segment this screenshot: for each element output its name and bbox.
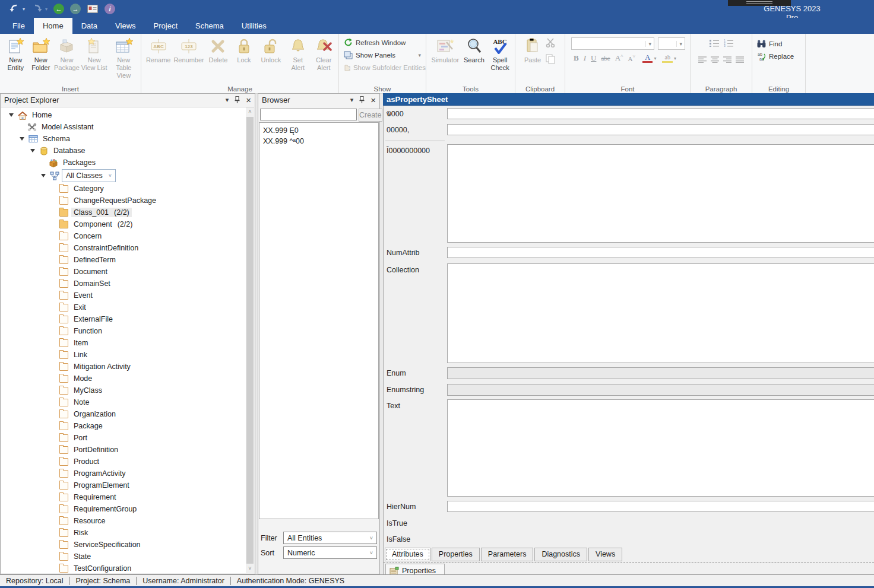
tree-item-class[interactable]: Port bbox=[1, 432, 254, 444]
undo-dropdown-icon[interactable]: ▾ bbox=[23, 7, 25, 12]
tab-home[interactable]: Home bbox=[34, 18, 72, 34]
tab-project[interactable]: Project bbox=[145, 18, 186, 34]
cut-icon[interactable] bbox=[545, 38, 557, 50]
f3-textarea[interactable] bbox=[447, 144, 874, 243]
panel-menu-icon[interactable]: ▾ bbox=[350, 96, 354, 104]
expander-icon[interactable] bbox=[41, 174, 46, 177]
bold-button[interactable]: B bbox=[571, 53, 581, 63]
tree-item-class[interactable]: DefinedTerm bbox=[1, 254, 254, 266]
tree-item-class[interactable]: Class_001(2/2) bbox=[1, 206, 254, 218]
tree-item-class[interactable]: Event bbox=[1, 290, 254, 301]
pin-icon[interactable] bbox=[359, 96, 365, 104]
tree-item-class[interactable]: PortDefinition bbox=[1, 444, 254, 456]
tree-item-class[interactable]: ConstraintDefinition bbox=[1, 242, 254, 254]
new-package-button[interactable]: New Package bbox=[54, 36, 80, 80]
hiernum-input[interactable] bbox=[447, 501, 874, 512]
browser-list-item[interactable]: XX.999 ^ᵃ00 bbox=[259, 136, 378, 147]
tab-attributes[interactable]: Attributes bbox=[385, 548, 430, 561]
tab-properties[interactable]: Properties bbox=[432, 548, 480, 561]
close-icon[interactable]: × bbox=[370, 96, 376, 104]
lock-button[interactable]: Lock bbox=[232, 36, 256, 72]
contact-card-icon[interactable] bbox=[87, 3, 99, 15]
tree-item-class[interactable]: Document bbox=[1, 266, 254, 278]
browser-list-item[interactable]: XX.999 Ę0 bbox=[259, 125, 378, 136]
tree-item-packages[interactable]: Packages bbox=[1, 157, 254, 169]
forward-icon[interactable]: → bbox=[70, 4, 81, 14]
tree-item-database[interactable]: Database bbox=[1, 145, 254, 157]
tree-item-class[interactable]: Link bbox=[1, 349, 254, 361]
collection-textarea[interactable] bbox=[447, 263, 874, 363]
find-button[interactable]: Find bbox=[752, 37, 805, 50]
expander-icon[interactable] bbox=[20, 137, 24, 141]
tree-item-class[interactable]: ProgramElement bbox=[1, 479, 254, 491]
redo-dropdown-icon[interactable]: ▾ bbox=[45, 7, 48, 12]
align-right-icon[interactable] bbox=[723, 55, 732, 65]
clear-alert-button[interactable]: Clear Alert bbox=[312, 36, 336, 72]
tree-item-class[interactable]: ServiceSpecification bbox=[1, 539, 254, 551]
project-explorer-scrollbar[interactable]: ˄ ˅ bbox=[246, 107, 254, 573]
text-textarea[interactable] bbox=[447, 399, 874, 497]
delete-button[interactable]: Delete bbox=[206, 36, 230, 72]
set-alert-button[interactable]: Set Alert bbox=[286, 36, 310, 72]
tree-item-class[interactable]: Function bbox=[1, 325, 254, 337]
tab-views[interactable]: Views bbox=[106, 18, 144, 34]
f1-input[interactable] bbox=[447, 108, 874, 119]
tab-schema[interactable]: Schema bbox=[186, 18, 233, 34]
show-panels-dropdown-icon[interactable]: ▾ bbox=[418, 52, 421, 58]
font-color-dropdown-icon[interactable]: ▾ bbox=[654, 56, 656, 61]
tree-item-home[interactable]: Home bbox=[1, 109, 254, 121]
sort-select[interactable]: Numeric ˅ bbox=[283, 546, 377, 559]
simulator-button[interactable]: Simulator bbox=[430, 36, 461, 72]
tab-utilities[interactable]: Utilities bbox=[233, 18, 276, 34]
strikethrough-button[interactable]: abe bbox=[598, 55, 612, 62]
search-button[interactable]: Search bbox=[462, 36, 487, 72]
grow-font-button[interactable]: A˄ bbox=[613, 53, 626, 63]
tree-item-class[interactable]: Category bbox=[1, 183, 254, 195]
renumber-button[interactable]: 123 Renumber bbox=[173, 36, 204, 72]
bullet-list-icon[interactable] bbox=[710, 39, 719, 49]
tree-item-class[interactable]: TestConfiguration bbox=[1, 562, 254, 573]
font-color-button[interactable]: A bbox=[642, 53, 653, 63]
tree-item-class[interactable]: DomainSet bbox=[1, 278, 254, 290]
align-center-icon[interactable] bbox=[711, 55, 719, 65]
info-icon[interactable]: i bbox=[104, 4, 115, 14]
unlock-button[interactable]: Unlock bbox=[258, 36, 284, 72]
tree-item-class[interactable]: Mitigation Activity bbox=[1, 361, 254, 373]
f2-input[interactable] bbox=[447, 124, 874, 135]
browser-search-input[interactable] bbox=[260, 109, 357, 120]
tab-parameters[interactable]: Parameters bbox=[481, 548, 534, 561]
underline-button[interactable]: U bbox=[588, 53, 598, 63]
tree-item-class[interactable]: Item bbox=[1, 337, 254, 349]
tree-item-class[interactable]: Exit bbox=[1, 301, 254, 313]
align-left-icon[interactable] bbox=[698, 55, 707, 65]
highlight-dropdown-icon[interactable]: ▾ bbox=[674, 56, 676, 61]
tree-item-class[interactable]: Concern bbox=[1, 230, 254, 242]
tab-file[interactable]: File bbox=[4, 18, 34, 34]
expander-icon[interactable] bbox=[30, 149, 35, 152]
scrollbar-thumb[interactable] bbox=[246, 117, 254, 564]
show-subfolder-entities-button[interactable]: Show Subfolder Entities bbox=[339, 61, 426, 74]
document-tab-properties[interactable]: Properties bbox=[385, 564, 445, 574]
new-entity-button[interactable]: New Entity bbox=[4, 36, 28, 80]
new-table-view-button[interactable]: New Table View bbox=[109, 36, 138, 80]
redo-icon[interactable] bbox=[31, 3, 43, 15]
scroll-down-icon[interactable]: ˅ bbox=[246, 564, 254, 573]
tree-item-class[interactable]: Risk bbox=[1, 527, 254, 539]
tree-item-class[interactable]: Component(2/2) bbox=[1, 218, 254, 230]
copy-icon[interactable] bbox=[545, 53, 557, 66]
tree-item-class[interactable]: Note bbox=[1, 396, 254, 408]
tree-item-class[interactable]: Mode bbox=[1, 373, 254, 384]
font-size-combobox[interactable]: ▾ bbox=[658, 37, 685, 50]
tree-item-class[interactable]: Requirement bbox=[1, 491, 254, 503]
tree-item-schema[interactable]: Schema bbox=[1, 133, 254, 145]
numbered-list-icon[interactable]: 123 bbox=[724, 39, 733, 49]
pin-icon[interactable] bbox=[235, 96, 240, 104]
tree-item-class[interactable]: ExternalFile bbox=[1, 313, 254, 325]
undo-icon[interactable] bbox=[8, 3, 20, 15]
italic-button[interactable]: I bbox=[581, 53, 588, 63]
tree-item-class[interactable]: ProgramActivity bbox=[1, 468, 254, 479]
new-folder-button[interactable]: New Folder bbox=[29, 36, 53, 80]
refresh-window-button[interactable]: Refresh Window bbox=[339, 36, 426, 49]
tree-item-class[interactable]: Package bbox=[1, 420, 254, 432]
filter-select[interactable]: All Entities ˅ bbox=[283, 532, 377, 544]
